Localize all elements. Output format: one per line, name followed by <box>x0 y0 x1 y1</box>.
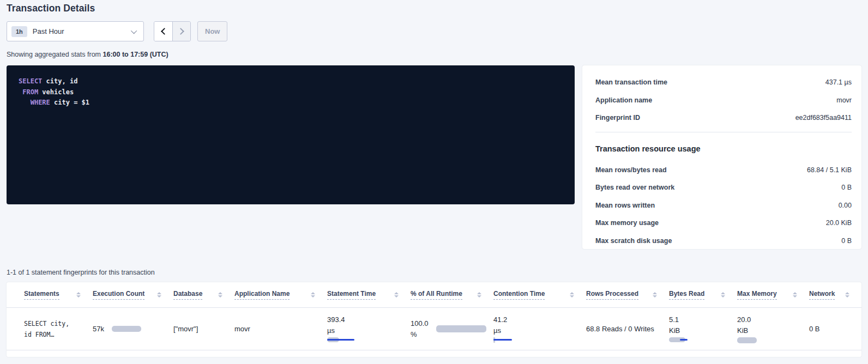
summary-row-value: 20.0 KiB <box>826 219 852 227</box>
cell-max-memory: 20.0 KiB <box>737 308 809 350</box>
summary-row-value: 68.84 / 5.1 KiB <box>807 166 852 174</box>
summary-row-label: Fingerprint ID <box>595 114 640 122</box>
summary-row: Fingerprint IDee2df683f5aa9411 <box>595 114 852 122</box>
prev-range-button[interactable] <box>154 22 172 41</box>
now-button[interactable]: Now <box>197 21 227 41</box>
bytes-read-bar <box>669 337 689 343</box>
statement-fingerprint-link[interactable]: SELECT city, id FROM… <box>24 318 81 340</box>
summary-top-rows: Mean transaction time437.1 µsApplication… <box>595 78 852 122</box>
sort-icon[interactable] <box>76 292 81 298</box>
cell-network: 0 B <box>809 308 861 350</box>
sort-icon[interactable] <box>394 292 399 298</box>
column-header-label: Bytes Read <box>669 290 704 300</box>
column-header-contention-time[interactable]: Contention Time <box>493 282 586 307</box>
aggregated-stats-line: Showing aggregated stats from 16:00 to 1… <box>7 51 861 58</box>
transaction-summary-card: Mean transaction time437.1 µsApplication… <box>582 65 861 249</box>
column-header-database[interactable]: Database <box>173 282 234 307</box>
summary-row-label: Max memory usage <box>595 219 659 227</box>
column-header-label: Statements <box>24 290 59 300</box>
summary-row: Mean rows/bytes read68.84 / 5.1 KiB <box>595 166 852 174</box>
summary-row: Mean transaction time437.1 µs <box>595 78 852 86</box>
column-header-label: Database <box>173 290 202 300</box>
summary-row-value: ee2df683f5aa9411 <box>795 114 852 122</box>
transaction-details-page: Transaction Details 1h Past Hour Now Sho… <box>0 0 868 357</box>
chevron-right-icon <box>177 28 184 35</box>
sort-icon[interactable] <box>218 292 222 298</box>
summary-row-value: movr <box>836 96 852 104</box>
summary-row-label: Mean rows written <box>595 202 655 209</box>
cell-rows-processed: 68.8 Reads / 0 Writes <box>586 308 669 350</box>
sort-icon[interactable] <box>311 292 315 298</box>
column-header-application-name[interactable]: Application Name <box>234 282 327 307</box>
column-header-label: Application Name <box>234 290 290 300</box>
time-range-badge: 1h <box>11 26 27 37</box>
column-header--of-all-runtime[interactable]: % of All Runtime <box>411 282 493 307</box>
statements-table-card: StatementsExecution CountDatabaseApplica… <box>7 282 861 357</box>
cell-bytes-read: 5.1 KiB <box>669 308 737 350</box>
summary-row-value: 437.1 µs <box>825 78 852 86</box>
summary-row-label: Max scratch disk usage <box>595 237 672 245</box>
summary-row: Bytes read over network0 B <box>595 184 852 191</box>
summary-row-label: Application name <box>595 96 652 104</box>
sort-icon[interactable] <box>653 292 657 298</box>
column-header-label: Execution Count <box>93 290 144 300</box>
summary-row-label: Mean rows/bytes read <box>595 166 667 174</box>
column-header-bytes-read[interactable]: Bytes Read <box>669 282 737 307</box>
sort-icon[interactable] <box>570 292 574 298</box>
sort-icon[interactable] <box>477 292 481 298</box>
statement-row: SELECT city, id FROM… 57k ["movr"] movr … <box>7 308 861 350</box>
sort-icon[interactable] <box>721 292 725 298</box>
column-header-statements[interactable]: Statements <box>24 282 93 307</box>
page-title: Transaction Details <box>7 0 861 14</box>
column-header-label: Rows Processed <box>586 290 638 300</box>
column-header-execution-count[interactable]: Execution Count <box>93 282 173 307</box>
sort-icon[interactable] <box>793 292 797 298</box>
time-range-pager <box>154 21 191 41</box>
column-header-label: Statement Time <box>327 290 376 300</box>
sort-icon[interactable] <box>157 292 161 298</box>
column-header-label: Max Memory <box>737 290 777 300</box>
cell-application-name: movr <box>234 308 327 350</box>
summary-row: Max memory usage20.0 KiB <box>595 219 852 227</box>
details-main-row: SELECT city, id FROM vehicles WHERE city… <box>7 65 861 249</box>
stats-line-prefix: Showing aggregated stats from <box>7 51 103 58</box>
column-header-label: Contention Time <box>493 290 545 300</box>
cell-statements: SELECT city, id FROM… <box>24 308 93 350</box>
cell-execution-count: 57k <box>93 308 173 350</box>
summary-row-label: Mean transaction time <box>595 78 667 86</box>
sql-statement-box: SELECT city, id FROM vehicles WHERE city… <box>7 65 575 204</box>
cell-contention-time: 41.2 µs <box>493 308 586 350</box>
next-range-button[interactable] <box>172 22 190 41</box>
column-header-network[interactable]: Network <box>809 282 861 307</box>
cell-database: ["movr"] <box>173 308 234 350</box>
summary-row-value: 0 B <box>841 237 852 245</box>
resource-usage-title: Transaction resource usage <box>595 144 852 153</box>
statements-count-caption: 1-1 of 1 statement fingerprints for this… <box>7 269 861 276</box>
time-toolbar: 1h Past Hour Now <box>7 21 861 41</box>
stats-line-range: 16:00 to 17:59 (UTC) <box>103 51 168 58</box>
resource-usage-rows: Mean rows/bytes read68.84 / 5.1 KiBBytes… <box>595 166 852 245</box>
column-header-label: % of All Runtime <box>411 290 462 300</box>
summary-row-value: 0.00 <box>839 202 852 209</box>
chevron-left-icon <box>161 28 168 35</box>
summary-row-label: Bytes read over network <box>595 184 674 191</box>
cell-statement-time: 393.4 µs <box>327 308 411 350</box>
execution-count-bar <box>112 326 141 332</box>
statements-table-header: StatementsExecution CountDatabaseApplica… <box>7 282 861 308</box>
column-header-statement-time[interactable]: Statement Time <box>327 282 411 307</box>
time-range-label: Past Hour <box>33 27 132 35</box>
column-header-label: Network <box>809 290 835 300</box>
sort-icon[interactable] <box>845 292 849 298</box>
max-memory-bar <box>737 337 757 343</box>
summary-row: Application namemovr <box>595 96 852 104</box>
cell-pct-runtime: 100.0 % <box>411 308 493 350</box>
contention-time-bar <box>493 337 513 343</box>
column-header-rows-processed[interactable]: Rows Processed <box>586 282 669 307</box>
summary-divider <box>595 132 852 132</box>
pct-runtime-bar <box>436 325 481 332</box>
summary-row: Max scratch disk usage0 B <box>595 237 852 245</box>
summary-row-value: 0 B <box>841 184 852 191</box>
column-header-max-memory[interactable]: Max Memory <box>737 282 809 307</box>
time-range-dropdown[interactable]: 1h Past Hour <box>7 21 144 41</box>
sql-statement-text: SELECT city, id FROM vehicles WHERE city… <box>19 76 563 108</box>
